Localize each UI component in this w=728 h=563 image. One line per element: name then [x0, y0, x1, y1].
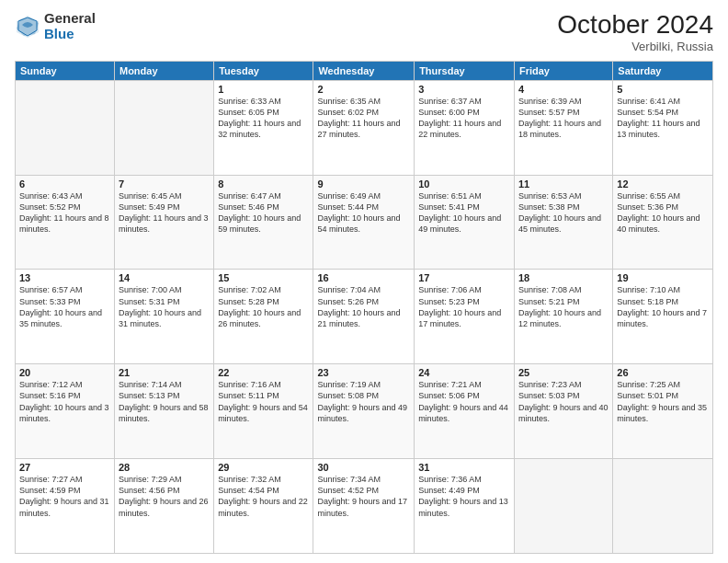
calendar-week-5: 27Sunrise: 7:27 AM Sunset: 4:59 PM Dayli…	[16, 459, 713, 554]
day-info: Sunrise: 6:43 AM Sunset: 5:52 PM Dayligh…	[19, 190, 110, 236]
day-info: Sunrise: 6:53 AM Sunset: 5:38 PM Dayligh…	[518, 190, 609, 236]
day-info: Sunrise: 7:10 AM Sunset: 5:18 PM Dayligh…	[617, 284, 709, 329]
header-friday: Friday	[514, 61, 612, 80]
header-wednesday: Wednesday	[313, 61, 415, 80]
day-info: Sunrise: 6:35 AM Sunset: 6:02 PM Dayligh…	[317, 96, 410, 141]
header-saturday: Saturday	[613, 61, 713, 80]
day-info: Sunrise: 7:16 AM Sunset: 5:11 PM Dayligh…	[218, 379, 309, 424]
day-number: 19	[617, 272, 709, 283]
calendar-cell: 8Sunrise: 6:47 AM Sunset: 5:46 PM Daylig…	[214, 175, 313, 270]
day-number: 14	[119, 272, 210, 283]
calendar-cell: 5Sunrise: 6:41 AM Sunset: 5:54 PM Daylig…	[613, 80, 713, 175]
day-number: 31	[418, 462, 510, 473]
day-number: 13	[19, 272, 110, 283]
calendar-cell: 6Sunrise: 6:43 AM Sunset: 5:52 PM Daylig…	[16, 175, 115, 270]
day-number: 1	[218, 84, 309, 95]
calendar-cell: 25Sunrise: 7:23 AM Sunset: 5:03 PM Dayli…	[514, 364, 612, 459]
day-number: 17	[418, 272, 510, 283]
calendar-cell: 24Sunrise: 7:21 AM Sunset: 5:06 PM Dayli…	[415, 364, 515, 459]
logo-general-text: General	[44, 11, 96, 27]
calendar-week-1: 1Sunrise: 6:33 AM Sunset: 6:05 PM Daylig…	[16, 80, 713, 175]
day-number: 29	[218, 462, 309, 473]
day-number: 24	[418, 367, 510, 378]
calendar-table: Sunday Monday Tuesday Wednesday Thursday…	[15, 61, 713, 554]
day-info: Sunrise: 6:39 AM Sunset: 5:57 PM Dayligh…	[518, 96, 609, 141]
day-info: Sunrise: 7:08 AM Sunset: 5:21 PM Dayligh…	[518, 284, 609, 329]
logo: General Blue	[15, 11, 96, 41]
calendar-cell	[16, 80, 115, 175]
location: Verbilki, Russia	[557, 40, 713, 53]
calendar-cell: 20Sunrise: 7:12 AM Sunset: 5:16 PM Dayli…	[16, 364, 115, 459]
logo-icon	[15, 14, 40, 40]
calendar-cell: 27Sunrise: 7:27 AM Sunset: 4:59 PM Dayli…	[16, 459, 115, 554]
day-info: Sunrise: 7:32 AM Sunset: 4:54 PM Dayligh…	[218, 474, 309, 519]
header-tuesday: Tuesday	[214, 61, 313, 80]
day-info: Sunrise: 6:51 AM Sunset: 5:41 PM Dayligh…	[418, 190, 510, 236]
calendar-cell: 21Sunrise: 7:14 AM Sunset: 5:13 PM Dayli…	[114, 364, 213, 459]
day-number: 8	[218, 178, 309, 190]
calendar-cell: 19Sunrise: 7:10 AM Sunset: 5:18 PM Dayli…	[613, 270, 713, 364]
day-info: Sunrise: 7:34 AM Sunset: 4:52 PM Dayligh…	[317, 474, 410, 519]
calendar-cell: 28Sunrise: 7:29 AM Sunset: 4:56 PM Dayli…	[114, 459, 213, 554]
calendar-cell: 4Sunrise: 6:39 AM Sunset: 5:57 PM Daylig…	[514, 80, 612, 175]
day-number: 23	[317, 367, 410, 378]
day-info: Sunrise: 7:14 AM Sunset: 5:13 PM Dayligh…	[119, 379, 210, 424]
calendar-cell: 12Sunrise: 6:55 AM Sunset: 5:36 PM Dayli…	[613, 175, 713, 270]
calendar-cell: 1Sunrise: 6:33 AM Sunset: 6:05 PM Daylig…	[214, 80, 313, 175]
calendar-cell: 7Sunrise: 6:45 AM Sunset: 5:49 PM Daylig…	[114, 175, 213, 270]
day-number: 26	[617, 367, 709, 378]
calendar-cell: 9Sunrise: 6:49 AM Sunset: 5:44 PM Daylig…	[313, 175, 415, 270]
title-block: October 2024 Verbilki, Russia	[557, 11, 713, 53]
day-number: 16	[317, 272, 410, 283]
day-number: 11	[518, 178, 609, 190]
header: General Blue October 2024 Verbilki, Russ…	[15, 11, 713, 53]
calendar-week-2: 6Sunrise: 6:43 AM Sunset: 5:52 PM Daylig…	[16, 175, 713, 270]
day-number: 4	[518, 84, 609, 95]
logo-blue-text: Blue	[44, 27, 96, 42]
calendar-cell: 30Sunrise: 7:34 AM Sunset: 4:52 PM Dayli…	[313, 459, 415, 554]
month-title: October 2024	[557, 11, 713, 40]
day-info: Sunrise: 7:19 AM Sunset: 5:08 PM Dayligh…	[317, 379, 410, 424]
day-number: 6	[19, 178, 110, 190]
day-number: 2	[317, 84, 410, 95]
calendar-cell: 15Sunrise: 7:02 AM Sunset: 5:28 PM Dayli…	[214, 270, 313, 364]
calendar-cell: 26Sunrise: 7:25 AM Sunset: 5:01 PM Dayli…	[613, 364, 713, 459]
day-number: 18	[518, 272, 609, 283]
day-info: Sunrise: 7:06 AM Sunset: 5:23 PM Dayligh…	[418, 284, 510, 329]
calendar-week-3: 13Sunrise: 6:57 AM Sunset: 5:33 PM Dayli…	[16, 270, 713, 364]
day-number: 21	[119, 367, 210, 378]
day-number: 25	[518, 367, 609, 378]
header-sunday: Sunday	[16, 61, 115, 80]
day-info: Sunrise: 6:45 AM Sunset: 5:49 PM Dayligh…	[119, 190, 210, 236]
calendar-cell: 2Sunrise: 6:35 AM Sunset: 6:02 PM Daylig…	[313, 80, 415, 175]
day-info: Sunrise: 7:25 AM Sunset: 5:01 PM Dayligh…	[617, 379, 709, 424]
day-number: 15	[218, 272, 309, 283]
calendar-cell: 3Sunrise: 6:37 AM Sunset: 6:00 PM Daylig…	[415, 80, 515, 175]
calendar-cell: 31Sunrise: 7:36 AM Sunset: 4:49 PM Dayli…	[415, 459, 515, 554]
header-monday: Monday	[114, 61, 213, 80]
day-number: 10	[418, 178, 510, 190]
calendar-cell: 22Sunrise: 7:16 AM Sunset: 5:11 PM Dayli…	[214, 364, 313, 459]
day-info: Sunrise: 7:23 AM Sunset: 5:03 PM Dayligh…	[518, 379, 609, 424]
calendar-cell: 17Sunrise: 7:06 AM Sunset: 5:23 PM Dayli…	[415, 270, 515, 364]
day-info: Sunrise: 7:12 AM Sunset: 5:16 PM Dayligh…	[19, 379, 110, 424]
calendar-cell: 13Sunrise: 6:57 AM Sunset: 5:33 PM Dayli…	[16, 270, 115, 364]
day-number: 7	[119, 178, 210, 190]
calendar-cell: 23Sunrise: 7:19 AM Sunset: 5:08 PM Dayli…	[313, 364, 415, 459]
calendar-cell: 11Sunrise: 6:53 AM Sunset: 5:38 PM Dayli…	[514, 175, 612, 270]
calendar-cell: 29Sunrise: 7:32 AM Sunset: 4:54 PM Dayli…	[214, 459, 313, 554]
header-thursday: Thursday	[415, 61, 515, 80]
calendar-cell: 18Sunrise: 7:08 AM Sunset: 5:21 PM Dayli…	[514, 270, 612, 364]
day-info: Sunrise: 7:29 AM Sunset: 4:56 PM Dayligh…	[119, 474, 210, 519]
day-info: Sunrise: 6:41 AM Sunset: 5:54 PM Dayligh…	[617, 96, 709, 141]
day-info: Sunrise: 7:00 AM Sunset: 5:31 PM Dayligh…	[119, 284, 210, 329]
day-number: 5	[617, 84, 709, 95]
day-number: 28	[119, 462, 210, 473]
day-number: 27	[19, 462, 110, 473]
calendar-cell	[114, 80, 213, 175]
day-number: 20	[19, 367, 110, 378]
day-info: Sunrise: 6:55 AM Sunset: 5:36 PM Dayligh…	[617, 190, 709, 236]
calendar-week-4: 20Sunrise: 7:12 AM Sunset: 5:16 PM Dayli…	[16, 364, 713, 459]
calendar-cell: 14Sunrise: 7:00 AM Sunset: 5:31 PM Dayli…	[114, 270, 213, 364]
calendar-cell: 16Sunrise: 7:04 AM Sunset: 5:26 PM Dayli…	[313, 270, 415, 364]
